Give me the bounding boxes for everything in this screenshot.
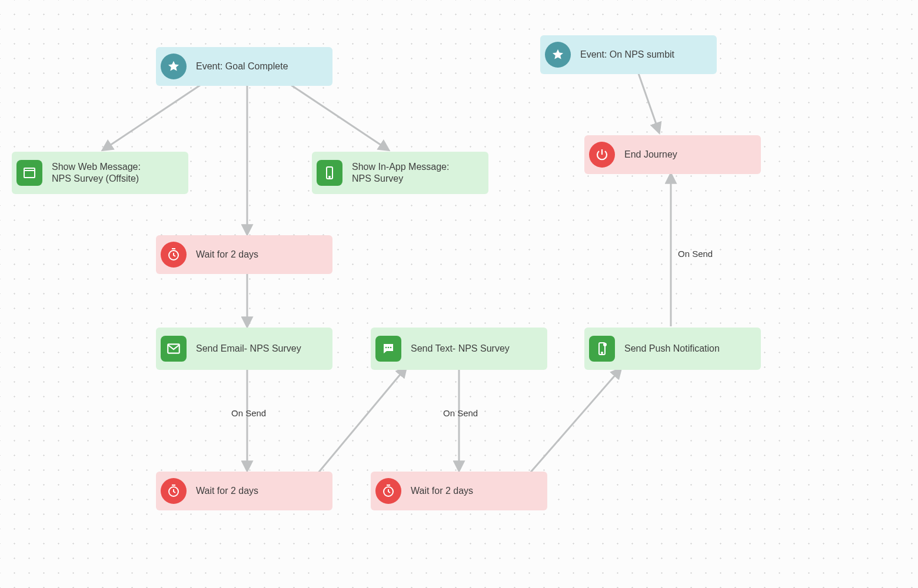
- svg-point-17: [388, 347, 390, 349]
- clock-icon: [375, 478, 401, 504]
- node-event-goal-complete[interactable]: Event: Goal Complete: [156, 47, 332, 86]
- edge-label-on-send-3: On Send: [678, 249, 713, 259]
- node-event-nps-submit[interactable]: Event: On NPS sumbit: [540, 35, 717, 74]
- svg-line-2: [291, 85, 388, 150]
- node-label: Event: On NPS sumbit: [580, 49, 674, 61]
- star-icon: [545, 42, 571, 68]
- clock-icon: [161, 478, 187, 504]
- svg-point-18: [390, 347, 392, 349]
- node-wait-2[interactable]: Wait for 2 days: [156, 472, 332, 510]
- node-send-push[interactable]: Send Push Notification: [584, 328, 761, 370]
- node-end-journey[interactable]: End Journey: [584, 135, 761, 174]
- node-label: Wait for 2 days: [411, 485, 473, 497]
- node-label: Wait for 2 days: [196, 249, 258, 260]
- node-show-in-app-message[interactable]: Show In-App Message:NPS Survey: [312, 152, 488, 194]
- mobile-icon: [317, 160, 342, 186]
- svg-rect-10: [24, 168, 35, 178]
- power-icon: [589, 142, 615, 168]
- node-label: Show In-App Message:NPS Survey: [352, 161, 449, 185]
- node-label: End Journey: [624, 149, 677, 161]
- envelope-icon: [161, 336, 187, 362]
- svg-line-5: [318, 368, 406, 473]
- node-send-email[interactable]: Send Email- NPS Survey: [156, 328, 332, 370]
- svg-point-13: [329, 176, 330, 178]
- svg-line-7: [530, 369, 621, 473]
- node-wait-3[interactable]: Wait for 2 days: [371, 472, 547, 510]
- svg-point-20: [601, 352, 603, 353]
- node-label: Wait for 2 days: [196, 485, 258, 497]
- node-label: Send Email- NPS Survey: [196, 343, 301, 355]
- node-label: Send Text- NPS Survey: [411, 343, 510, 355]
- svg-line-9: [638, 74, 659, 132]
- edge-label-on-send-2: On Send: [443, 408, 478, 418]
- node-wait-1[interactable]: Wait for 2 days: [156, 235, 332, 274]
- node-send-text[interactable]: Send Text- NPS Survey: [371, 328, 547, 370]
- svg-point-16: [385, 347, 387, 349]
- star-icon: [161, 54, 187, 79]
- node-show-web-message[interactable]: Show Web Message:NPS Survey (Offsite): [12, 152, 188, 194]
- svg-line-0: [103, 85, 200, 150]
- node-label: Send Push Notification: [624, 343, 720, 355]
- node-label: Event: Goal Complete: [196, 61, 288, 72]
- node-label: Show Web Message:NPS Survey (Offsite): [52, 161, 141, 185]
- chat-icon: [375, 336, 401, 362]
- edge-label-on-send-1: On Send: [231, 408, 266, 418]
- mobile-notification-icon: [589, 336, 615, 362]
- svg-point-21: [603, 343, 607, 346]
- browser-window-icon: [16, 160, 42, 186]
- clock-icon: [161, 242, 187, 268]
